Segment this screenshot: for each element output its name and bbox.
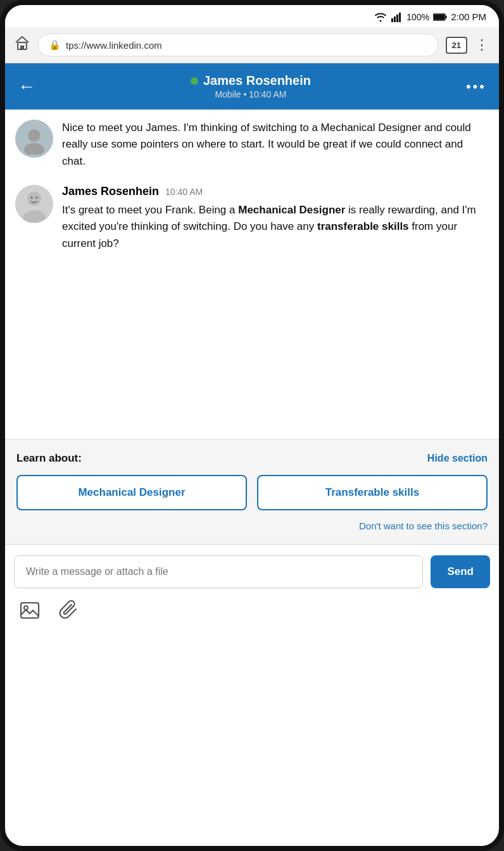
attach-icon (58, 600, 80, 621)
secure-icon: 🔒 (49, 39, 61, 51)
tabs-button[interactable]: 21 (446, 37, 467, 54)
svg-point-9 (28, 129, 41, 142)
bold-transferable-skills: transferable skills (317, 220, 409, 232)
header-subtitle: Mobile • 10:40 AM (215, 89, 286, 99)
svg-rect-6 (446, 15, 447, 18)
transferable-skills-button[interactable]: Transferable skills (257, 475, 488, 510)
bold-mechanical-designer: Mechanical Designer (238, 204, 345, 216)
url-text: tps://www.linkedin.com (66, 40, 162, 51)
james-message-time: 10:40 AM (165, 187, 203, 197)
dont-want-text[interactable]: Don't want to see this section? (359, 520, 488, 531)
james-name: James Rosenhein (62, 185, 159, 198)
svg-rect-1 (394, 16, 396, 22)
dont-want-link: Don't want to see this section? (16, 520, 488, 531)
browser-bar: 🔒 tps://www.linkedin.com 21 ⋮ (5, 27, 499, 63)
contact-name: James Rosenhein (203, 73, 311, 88)
status-bar: 100% 2:00 PM (5, 5, 499, 27)
svg-point-10 (24, 143, 44, 154)
signal-icon (391, 12, 403, 22)
input-row: Send (14, 555, 490, 588)
svg-rect-5 (434, 15, 444, 20)
sender-avatar (15, 120, 53, 158)
svg-rect-3 (399, 13, 401, 22)
james-message-row: James Rosenhein 10:40 AM It's great to m… (15, 185, 489, 252)
received-message-content: Nice to meet you James. I'm thinking of … (62, 120, 489, 170)
status-icons: 100% 2:00 PM (374, 11, 486, 22)
image-attach-button[interactable] (16, 597, 43, 626)
svg-rect-16 (21, 603, 39, 618)
svg-rect-0 (391, 18, 393, 22)
learn-about-header: Learn about: Hide section (16, 452, 488, 465)
learn-about-section: Learn about: Hide section Mechanical Des… (5, 439, 499, 545)
file-attach-button[interactable] (56, 597, 82, 626)
received-message-text: Nice to meet you James. I'm thinking of … (62, 120, 489, 170)
input-actions (14, 597, 490, 626)
svg-point-15 (36, 197, 38, 199)
chat-area: Nice to meet you James. I'm thinking of … (5, 110, 499, 439)
james-avatar (15, 185, 53, 223)
message-input-area: Send (5, 545, 499, 633)
name-row: James Rosenhein (191, 73, 311, 88)
james-sender-row: James Rosenhein 10:40 AM (62, 185, 489, 198)
browser-menu-button[interactable]: ⋮ (475, 37, 490, 53)
url-bar[interactable]: 🔒 tps://www.linkedin.com (38, 34, 438, 56)
svg-rect-2 (396, 15, 398, 22)
received-message-row: Nice to meet you James. I'm thinking of … (15, 120, 489, 170)
james-message-content: James Rosenhein 10:40 AM It's great to m… (62, 185, 489, 252)
learn-about-label: Learn about: (16, 452, 82, 465)
home-button[interactable] (14, 35, 30, 55)
battery-level: 100% (406, 12, 429, 22)
message-input[interactable] (14, 555, 423, 588)
more-options-button[interactable]: ••• (466, 79, 486, 95)
mechanical-designer-button[interactable]: Mechanical Designer (16, 475, 247, 510)
phone-frame: 100% 2:00 PM 🔒 tps://www.linkedin.com 21… (0, 0, 504, 851)
battery-icon (433, 13, 447, 22)
image-icon (19, 600, 41, 621)
wifi-icon (374, 12, 387, 22)
svg-rect-8 (20, 46, 24, 49)
clock: 2:00 PM (451, 11, 486, 22)
svg-point-14 (31, 197, 33, 199)
back-button[interactable]: ← (18, 77, 35, 97)
learn-about-buttons: Mechanical Designer Transferable skills (16, 475, 488, 510)
james-message-text: It's great to meet you Frank. Being a Me… (62, 202, 489, 252)
send-button[interactable]: Send (431, 555, 490, 588)
online-indicator (191, 77, 198, 85)
hide-section-button[interactable]: Hide section (427, 453, 488, 464)
svg-point-12 (27, 192, 41, 206)
linkedin-header: ← James Rosenhein Mobile • 10:40 AM ••• (5, 63, 499, 110)
contact-info: James Rosenhein Mobile • 10:40 AM (191, 73, 311, 99)
